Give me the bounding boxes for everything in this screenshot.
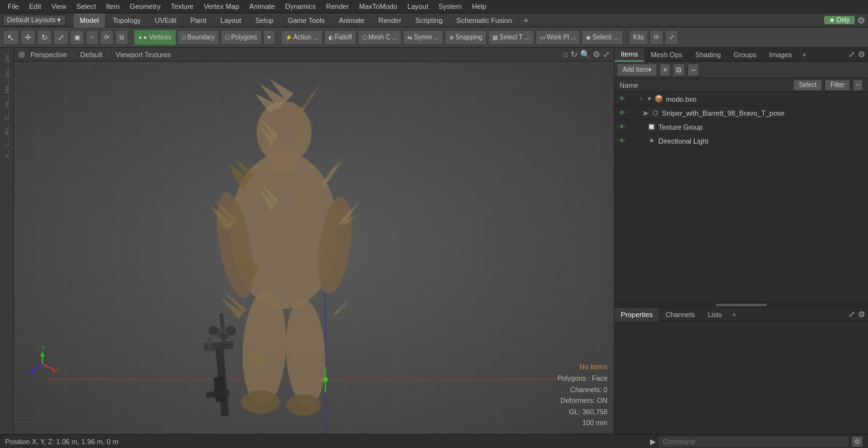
viewport-gear-icon[interactable]: ⚙: [593, 50, 600, 59]
viewport-toggle[interactable]: [18, 51, 25, 58]
layout-tab-render[interactable]: Render: [372, 13, 407, 27]
layout-tab-layout[interactable]: Layout: [214, 13, 248, 27]
layout-tab-uvedit[interactable]: UVEdit: [149, 13, 183, 27]
sidebar-item-ve[interactable]: Ve...: [3, 95, 11, 109]
visibility-icon[interactable]: 👁: [617, 94, 627, 104]
table-row[interactable]: 👁 ▶ ⬡ Sniper_with_Barrett_98_Bravo_T_pos…: [614, 106, 868, 120]
layout-tab-game-tools[interactable]: Game Tools: [281, 13, 332, 27]
select-tool-button[interactable]: ↖: [3, 30, 19, 45]
symm-button[interactable]: ⇆ Symm ...: [403, 30, 443, 45]
command-input[interactable]: [658, 436, 849, 447]
move-tool-button[interactable]: ✛: [20, 30, 36, 45]
sidebar-item-e[interactable]: E...: [3, 110, 11, 121]
sidebar-item-de[interactable]: De...: [3, 49, 11, 64]
visibility-icon[interactable]: 👁: [617, 136, 627, 146]
menu-item[interactable]: Item: [101, 0, 125, 13]
minus-button[interactable]: −: [853, 79, 863, 91]
menu-edit[interactable]: Edit: [24, 0, 46, 13]
item-extra-btn[interactable]: +: [636, 94, 646, 104]
star-only-button[interactable]: ★ Only: [824, 16, 855, 24]
add-icon-button[interactable]: +: [660, 64, 670, 76]
arrow-icon[interactable]: ▶: [644, 109, 649, 116]
panel-tab-shading[interactable]: Shading: [689, 48, 727, 62]
prop-tab-properties[interactable]: Properties: [614, 308, 659, 322]
viewport-default-label[interactable]: Default: [80, 51, 102, 58]
command-submit-button[interactable]: ⊙: [851, 436, 863, 447]
menu-render[interactable]: Render: [321, 0, 354, 13]
box-tool-button[interactable]: ▣: [70, 30, 85, 45]
layout-tab-animate[interactable]: Animate: [332, 13, 370, 27]
menu-layout[interactable]: Layout: [402, 0, 433, 13]
panel-tab-items[interactable]: Items: [614, 48, 644, 62]
action-button[interactable]: ⚡ Action ...: [281, 30, 323, 45]
menu-vertex-map[interactable]: Vertex Map: [199, 0, 245, 13]
table-row[interactable]: 👁 + ▼ 📦 modo.bxo: [614, 92, 868, 106]
prop-tab-add[interactable]: +: [728, 309, 740, 320]
viewport-perspective-label[interactable]: Perspective: [31, 51, 67, 58]
sidebar-item-du[interactable]: Du...: [3, 64, 11, 79]
settings-icon[interactable]: ⚙: [857, 15, 865, 25]
prop-expand-icon[interactable]: ⤢: [848, 309, 855, 319]
sphere-tool-button[interactable]: ○: [86, 30, 98, 45]
menu-help[interactable]: Help: [467, 0, 492, 13]
sidebar-item-me[interactable]: Me...: [3, 79, 11, 95]
menu-dynamics[interactable]: Dynamics: [280, 0, 321, 13]
panel-tab-mesh-ops[interactable]: Mesh Ops: [644, 48, 689, 62]
prop-tab-channels[interactable]: Channels: [659, 308, 701, 322]
menu-geometry[interactable]: Geometry: [125, 0, 165, 13]
menu-file[interactable]: File: [3, 0, 24, 13]
add-item-button[interactable]: Add Item ▾: [617, 64, 657, 76]
sidebar-item-c[interactable]: C...: [3, 137, 11, 148]
table-row[interactable]: 👁 🔲 Texture Group: [614, 120, 868, 134]
viewport[interactable]: Perspective | Default | Viewport Texture…: [14, 48, 614, 434]
selecti-button[interactable]: ◉ Selecti ...: [581, 30, 623, 45]
layout-dropdown[interactable]: Default Layouts ▾: [3, 15, 66, 26]
layout-tab-schematic-fusion[interactable]: Schematic Fusion: [450, 13, 518, 27]
maximize-button[interactable]: ⤢: [665, 30, 679, 45]
mirror-tool-button[interactable]: ⧉: [115, 30, 128, 45]
layout-tab-scripting[interactable]: Scripting: [409, 13, 449, 27]
menu-maxtomodo[interactable]: MaxToModo: [354, 0, 402, 13]
boundary-mode-button[interactable]: ◇ Boundary: [177, 30, 219, 45]
kits-button[interactable]: Kits: [629, 30, 649, 45]
menu-animate[interactable]: Animate: [244, 0, 280, 13]
falloff-button[interactable]: ◐ Falloff: [324, 30, 356, 45]
polygons-mode-button[interactable]: ⬡ Polygons: [220, 30, 262, 45]
panel-tab-groups[interactable]: Groups: [727, 48, 763, 62]
layout-tab-add[interactable]: +: [520, 13, 532, 27]
viewport-expand-icon[interactable]: ⤢: [603, 50, 610, 59]
prop-gear-icon[interactable]: ⚙: [858, 309, 865, 319]
menu-view[interactable]: View: [46, 0, 72, 13]
viewport-canvas[interactable]: X Y Z No Items Polygons : Face Channels:…: [14, 62, 614, 434]
work-pl-button[interactable]: ▭ Work Pl ...: [536, 30, 581, 45]
sidebar-item-f[interactable]: F...: [3, 149, 11, 159]
layout-tab-paint[interactable]: Paint: [184, 13, 213, 27]
arrow-icon[interactable]: ▼: [646, 95, 653, 102]
select-t-button[interactable]: ▦ Select T ...: [488, 30, 534, 45]
panel-gear-icon[interactable]: ⚙: [858, 50, 865, 59]
sidebar-item-po[interactable]: Po...: [3, 122, 11, 137]
menu-select[interactable]: Select: [71, 0, 101, 13]
viewport-search-icon[interactable]: 🔍: [580, 50, 590, 59]
items-list[interactable]: 👁 + ▼ 📦 modo.bxo 👁 ▶ ⬡ Sniper_with_Barre…: [614, 92, 868, 302]
select-button[interactable]: Select: [793, 79, 822, 91]
panel-scrollbar-area[interactable]: [614, 302, 868, 307]
visibility-icon[interactable]: 👁: [617, 122, 627, 132]
visibility-icon[interactable]: 👁: [617, 108, 627, 118]
rotate2-tool-button[interactable]: ⟳: [100, 30, 114, 45]
layout-tab-setup[interactable]: Setup: [249, 13, 280, 27]
layout-tab-topology[interactable]: Topology: [106, 13, 147, 27]
scale-tool-button[interactable]: ⤢: [53, 30, 69, 45]
mesh-c-button[interactable]: ⬡ Mesh C ...: [358, 30, 402, 45]
clone-icon-button[interactable]: ⧉: [673, 64, 685, 76]
menu-system[interactable]: System: [433, 0, 467, 13]
menu-texture[interactable]: Texture: [166, 0, 199, 13]
panel-tab-add[interactable]: +: [799, 50, 810, 60]
delete-icon-button[interactable]: −: [688, 64, 699, 76]
panel-tab-images[interactable]: Images: [763, 48, 799, 62]
filter-button[interactable]: Filter: [825, 79, 850, 91]
viewport-home-icon[interactable]: ⌂: [563, 50, 568, 59]
mode-extra-button[interactable]: ▾: [263, 30, 275, 45]
prop-tab-lists[interactable]: Lists: [702, 308, 729, 322]
vertices-mode-button[interactable]: ● ● Vertices: [134, 30, 176, 45]
